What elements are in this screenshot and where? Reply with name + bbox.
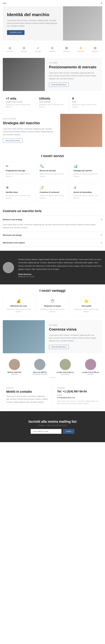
newsletter-submit-button[interactable]: Inviaci bbox=[63, 429, 74, 434]
vc-tag: CHI SIAMO bbox=[49, 324, 98, 326]
accordion-item: Maintenance and support+ bbox=[3, 239, 102, 246]
vc-content: CHI SIAMO Coerenza visiva Lorem ipsum do… bbox=[45, 320, 102, 353]
who-we-are-tag: CHI SIAMO bbox=[49, 62, 98, 64]
team-card: BERTIE NORTONSegretario bbox=[3, 359, 26, 375]
team-member-name: LA MIA VITA È BELLA bbox=[54, 372, 77, 373]
team-image-note: Immagine da bbox=[3, 377, 102, 378]
strategy-button[interactable]: ESPLORA DETTAGLI bbox=[3, 138, 22, 143]
advantages-section: I nostri vantaggi 💰Efficienza dei costiS… bbox=[0, 284, 105, 320]
icon-symbol: ⊟ bbox=[94, 46, 96, 50]
team-member-name: PALLA DI MATTE bbox=[28, 372, 52, 373]
icon-item[interactable]: ⊙COMPANY bbox=[49, 46, 56, 52]
contact-title: Mettiti in contatto bbox=[6, 390, 48, 394]
testimonial-role: Immagine da Flickr bbox=[18, 276, 102, 278]
advantage-icon: ⏱ bbox=[40, 299, 65, 304]
vc-button[interactable]: ESPLORA DETTAGLI bbox=[49, 345, 69, 349]
service-description: Sample text. Click to select the Text El… bbox=[40, 194, 65, 199]
service-name: Creazione di contenuti bbox=[40, 191, 65, 193]
strategy-image bbox=[60, 114, 102, 147]
service-card: 📝Creazione di contenutiSample text. Clic… bbox=[37, 183, 68, 202]
service-card: 👁Identità visivaSample text. Click to se… bbox=[3, 183, 34, 202]
icon-label: CONTENT bbox=[35, 51, 41, 52]
visual-coherence-section: CHI SIAMO Coerenza visiva Lorem ipsum do… bbox=[3, 320, 102, 353]
service-icon: ↺ bbox=[74, 186, 99, 190]
accordion-toggle-icon[interactable]: + bbox=[101, 241, 102, 244]
strategy-image-placeholder bbox=[60, 114, 102, 147]
service-icon: ✏ bbox=[6, 164, 31, 168]
team-member-role: Segretario bbox=[3, 374, 26, 375]
icon-item[interactable]: ⊡CONTENT bbox=[21, 46, 27, 52]
stat-label: Progetti in tutto il mondo bbox=[6, 101, 33, 103]
stat-card: 100milaClienti soddisfattiSample text. C… bbox=[36, 94, 69, 111]
service-name: Servizi di rebranding bbox=[74, 191, 99, 193]
icon-label: COMPANY bbox=[77, 51, 84, 52]
advantages-title: I nostri vantaggi bbox=[3, 288, 102, 292]
strategy-description: Lorem ipsum dolor sit amet, consectetur … bbox=[3, 128, 56, 136]
stat-card: +7 milaProgetti in tutto il mondoSample … bbox=[3, 94, 36, 111]
hero-cta-button[interactable]: SCOPRI DI PIÙ bbox=[7, 30, 24, 35]
service-card: 🔍Ricerca di mercatoSample text. Click to… bbox=[37, 161, 68, 181]
accordion-header[interactable]: Research and strategy× bbox=[3, 216, 102, 223]
hero-image-placeholder bbox=[63, 6, 102, 40]
service-icon: 📊 bbox=[74, 164, 99, 168]
who-we-are-button[interactable]: ESPLORA DETTAGLI bbox=[49, 82, 69, 87]
stat-description: Sample text. Click to select the Text El… bbox=[39, 104, 66, 108]
contact-note: Lorem ipsum dolor sit amet, consectetur … bbox=[57, 400, 99, 405]
stat-card: 9PaesiSample text. Click to select the T… bbox=[69, 94, 102, 111]
contact-phone: Tel: +1 (324) 987-56-54 bbox=[57, 390, 99, 393]
newsletter-form: Inviaci bbox=[3, 429, 102, 434]
newsletter-email-input[interactable] bbox=[31, 429, 61, 434]
accordion-item: Research and strategy×Lorem ipsum dolor … bbox=[3, 216, 102, 231]
contact-card-info: CONTATTI Mettiti in contatto Lorem ipsum… bbox=[3, 384, 51, 408]
stat-description: Sample text. Click to select the Text El… bbox=[72, 104, 99, 108]
stat-number: 100mila bbox=[39, 97, 66, 100]
icon-symbol: ⊞ bbox=[65, 46, 68, 50]
icon-item[interactable]: ◎CONTENT bbox=[6, 46, 13, 52]
accordion-header[interactable]: Wireframe and design+ bbox=[3, 232, 102, 239]
who-we-are-content: CHI SIAMO Posizionamento di mercato Lore… bbox=[45, 58, 102, 91]
email-label: E-MAIL bbox=[57, 394, 99, 396]
strategy-tag: COSA FACCIAMO bbox=[3, 118, 56, 120]
team-member-name: BERTIE NORTON bbox=[3, 372, 26, 373]
service-description: Sample text. Click to select the Text El… bbox=[6, 173, 31, 178]
accordion-header[interactable]: Maintenance and support+ bbox=[3, 239, 102, 246]
stat-number: +7 mila bbox=[6, 97, 33, 100]
newsletter-section: Iscriviti alla nostra mailing list Compi… bbox=[0, 411, 105, 442]
icon-item[interactable]: ⊞COMPANY bbox=[63, 46, 70, 52]
avatar-placeholder bbox=[3, 262, 14, 273]
menu-icon[interactable]: ≡ bbox=[101, 2, 102, 5]
advantage-icon: ⭐ bbox=[74, 299, 99, 304]
icon-item[interactable]: ⚡COMPANY bbox=[77, 46, 84, 52]
team-avatar bbox=[9, 359, 20, 370]
advantage-card: 💰Efficienza dei costiSample text. Click … bbox=[3, 296, 34, 316]
service-description: Sample text. Click to select the Text El… bbox=[74, 194, 99, 199]
contact-section: CONTATTI Mettiti in contatto Lorem ipsum… bbox=[3, 384, 102, 408]
testimonial-text: Veniam pulvinar doloret, magna facilisis… bbox=[18, 258, 102, 271]
hero-text: Identità del marchio Lorem ipsum dolor s… bbox=[3, 6, 63, 40]
accordion-toggle-icon[interactable]: × bbox=[101, 218, 102, 221]
icon-item[interactable]: ✓CONTENT bbox=[35, 46, 41, 52]
advantage-description: Sample text. Click to select the Text El… bbox=[40, 308, 65, 313]
advantage-description: Sample text. Click to select the Text El… bbox=[74, 308, 99, 313]
accordion-toggle-icon[interactable]: + bbox=[101, 234, 102, 236]
newsletter-note: Compile la — Click to select the Text El… bbox=[3, 425, 102, 426]
team-member-name: LA MIA VITA È BELLA bbox=[79, 372, 102, 373]
services-section: I nostri servizi ✏Progettazione del logo… bbox=[0, 150, 105, 206]
service-icon: 🔍 bbox=[40, 164, 65, 168]
testimonial-content: Veniam pulvinar doloret, magna facilisis… bbox=[18, 258, 102, 278]
service-description: Sample text. Click to select the Text El… bbox=[40, 173, 65, 178]
build-title: Costruire un marchio forte bbox=[3, 209, 102, 213]
advantage-card: ⏱Risparmio di tempoSample text. Click to… bbox=[37, 296, 68, 316]
icon-label: COMPANY bbox=[63, 51, 70, 52]
hero-description: Lorem ipsum dolor sit amet, consectetur … bbox=[7, 19, 59, 27]
advantage-description: Sample text. Click to select the Text El… bbox=[6, 308, 31, 313]
icons-row: ◎CONTENT⊡CONTENT✓CONTENT⊙COMPANY⊞COMPANY… bbox=[0, 43, 105, 55]
service-description: Sample text. Click to select the Text El… bbox=[6, 194, 31, 199]
team-avatar bbox=[34, 359, 45, 370]
call-tag: CHIAMACI bbox=[57, 387, 99, 389]
icon-item[interactable]: ⊟COMPANY bbox=[92, 46, 99, 52]
accordion-body: Lorem ipsum dolor sit amet, consectetur … bbox=[3, 223, 102, 231]
testimonial-section: Veniam pulvinar doloret, magna facilisis… bbox=[0, 251, 105, 284]
advantage-name: Risparmio di tempo bbox=[40, 305, 65, 307]
team-grid: BERTIE NORTONSegretarioPALLA DI MATTERes… bbox=[3, 359, 102, 375]
